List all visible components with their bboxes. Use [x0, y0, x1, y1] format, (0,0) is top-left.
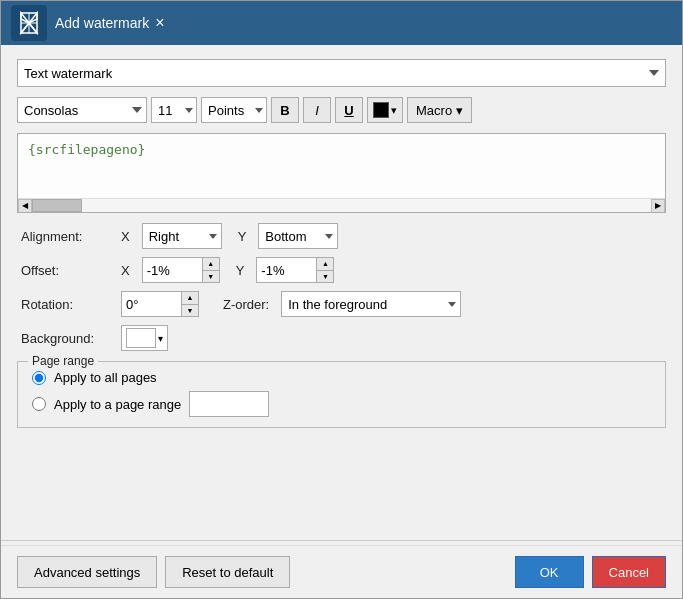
- page-range-radio[interactable]: [32, 397, 46, 411]
- close-button[interactable]: ×: [149, 13, 170, 33]
- advanced-settings-button[interactable]: Advanced settings: [17, 556, 157, 588]
- bold-button[interactable]: B: [271, 97, 299, 123]
- rotation-input[interactable]: [121, 291, 181, 317]
- watermark-type-select[interactable]: Text watermark Image watermark: [17, 59, 666, 87]
- offset-x-arrows: ▲ ▼: [202, 257, 220, 283]
- color-swatch: [373, 102, 389, 118]
- alignment-y-select[interactable]: Top Center Bottom: [258, 223, 338, 249]
- footer-right-buttons: OK Cancel: [515, 556, 666, 588]
- background-color-chevron: ▾: [158, 333, 163, 344]
- background-color-preview: [126, 328, 156, 348]
- zorder-label: Z-order:: [223, 297, 269, 312]
- all-pages-row: Apply to all pages: [32, 370, 651, 385]
- page-range-row: Apply to a page range: [32, 391, 651, 417]
- page-range-legend: Page range: [28, 354, 98, 368]
- alignment-x-label: X: [121, 229, 130, 244]
- macro-label: Macro: [416, 103, 452, 118]
- offset-y-arrows: ▲ ▼: [316, 257, 334, 283]
- rotation-down[interactable]: ▼: [182, 304, 198, 316]
- rotation-spinner: ▲ ▼: [121, 291, 199, 317]
- macro-chevron: ▾: [456, 103, 463, 118]
- offset-x-down[interactable]: ▼: [203, 270, 219, 282]
- all-pages-radio[interactable]: [32, 371, 46, 385]
- underline-button[interactable]: U: [335, 97, 363, 123]
- offset-row: Offset: X ▲ ▼ Y ▲ ▼: [21, 257, 662, 283]
- offset-x-spinner: ▲ ▼: [142, 257, 220, 283]
- scroll-track[interactable]: [32, 199, 651, 212]
- offset-y-input[interactable]: [256, 257, 316, 283]
- dialog-title: Add watermark: [55, 15, 149, 31]
- offset-x-label: X: [121, 263, 130, 278]
- ok-button[interactable]: OK: [515, 556, 584, 588]
- offset-x-input[interactable]: [142, 257, 202, 283]
- form-fields: Alignment: X Left Center Right Y Top Cen…: [17, 223, 666, 351]
- watermark-type-row: Text watermark Image watermark: [17, 59, 666, 87]
- title-bar: Add watermark ×: [1, 1, 682, 45]
- zorder-select[interactable]: In the foreground In the background: [281, 291, 461, 317]
- rotation-label: Rotation:: [21, 297, 111, 312]
- background-label: Background:: [21, 331, 111, 346]
- offset-y-label: Y: [236, 263, 245, 278]
- alignment-label: Alignment:: [21, 229, 111, 244]
- italic-button[interactable]: I: [303, 97, 331, 123]
- offset-y-spinner: ▲ ▼: [256, 257, 334, 283]
- footer-divider: [1, 540, 682, 541]
- font-size-select[interactable]: 11: [151, 97, 197, 123]
- alignment-x-select[interactable]: Left Center Right: [142, 223, 222, 249]
- horizontal-scrollbar[interactable]: ◀ ▶: [18, 198, 665, 212]
- watermark-text-area[interactable]: {srcfilepageno} ◀ ▶: [17, 133, 666, 213]
- dialog-content: Text watermark Image watermark Consolas …: [1, 45, 682, 536]
- app-logo: [11, 5, 47, 41]
- font-toolbar: Consolas 11 Points B I U ▾ Macro ▾: [17, 97, 666, 123]
- page-range-input[interactable]: [189, 391, 269, 417]
- background-color-button[interactable]: ▾: [121, 325, 168, 351]
- scroll-thumb[interactable]: [32, 199, 82, 212]
- font-family-select[interactable]: Consolas: [17, 97, 147, 123]
- offset-x-up[interactable]: ▲: [203, 258, 219, 270]
- reset-to-default-button[interactable]: Reset to default: [165, 556, 290, 588]
- macro-button[interactable]: Macro ▾: [407, 97, 472, 123]
- footer: Advanced settings Reset to default OK Ca…: [1, 545, 682, 598]
- scroll-right-arrow[interactable]: ▶: [651, 199, 665, 213]
- font-unit-select[interactable]: Points: [201, 97, 267, 123]
- color-chevron: ▾: [391, 104, 397, 117]
- page-range-box: Page range Apply to all pages Apply to a…: [17, 361, 666, 428]
- page-range-label: Apply to a page range: [54, 397, 181, 412]
- background-row: Background: ▾: [21, 325, 662, 351]
- offset-y-up[interactable]: ▲: [317, 258, 333, 270]
- offset-label: Offset:: [21, 263, 111, 278]
- alignment-row: Alignment: X Left Center Right Y Top Cen…: [21, 223, 662, 249]
- rotation-zorder-row: Rotation: ▲ ▼ Z-order: In the foreground…: [21, 291, 662, 317]
- font-color-button[interactable]: ▾: [367, 97, 403, 123]
- footer-left-buttons: Advanced settings Reset to default: [17, 556, 290, 588]
- offset-y-down[interactable]: ▼: [317, 270, 333, 282]
- rotation-arrows: ▲ ▼: [181, 291, 199, 317]
- all-pages-label: Apply to all pages: [54, 370, 157, 385]
- rotation-up[interactable]: ▲: [182, 292, 198, 304]
- alignment-y-label: Y: [238, 229, 247, 244]
- watermark-text-content: {srcfilepageno}: [18, 134, 665, 204]
- cancel-button[interactable]: Cancel: [592, 556, 666, 588]
- scroll-left-arrow[interactable]: ◀: [18, 199, 32, 213]
